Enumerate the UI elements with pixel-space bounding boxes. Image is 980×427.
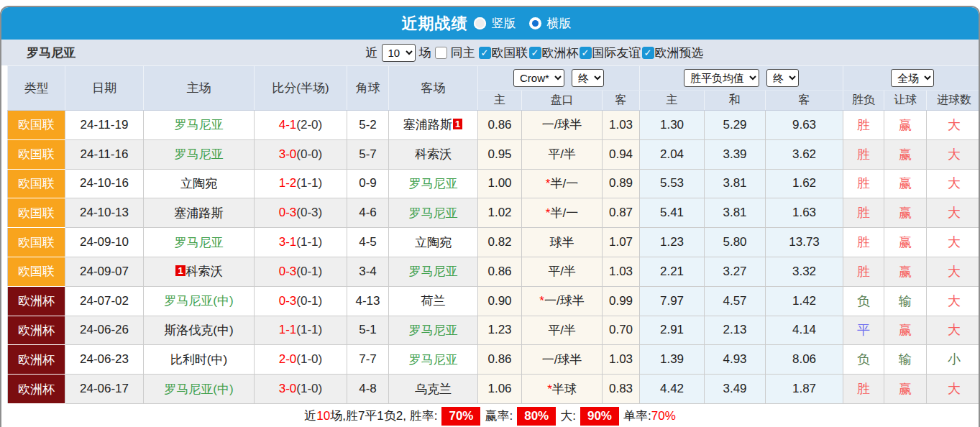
avg-home-odds: 5.41 xyxy=(640,198,705,228)
col-header-away: 客场 xyxy=(389,66,478,111)
league-checkbox[interactable] xyxy=(479,47,491,59)
avg-draw-odds: 4.57 xyxy=(705,286,766,316)
handicap-home-odds: 0.86 xyxy=(478,111,522,140)
away-team-cell: 立陶宛 xyxy=(389,228,478,257)
away-team-cell: 荷兰 xyxy=(389,286,478,316)
team-name: 荷兰 xyxy=(421,294,446,308)
avg-home-odds: 1.23 xyxy=(640,228,705,257)
col-header-type: 类型 xyxy=(8,66,65,111)
score-cell: 3-0(0-0) xyxy=(255,139,347,169)
league-type-cell: 欧洲杯 xyxy=(8,316,65,345)
team-name: 罗马尼亚 xyxy=(409,206,458,220)
match-row: 欧洲杯24-06-23比利时(中)2-0(1-0)7-7罗马尼亚0.86一/球半… xyxy=(8,345,980,375)
corner-cell: 7-7 xyxy=(347,345,389,375)
home-team-cell: 罗马尼亚 xyxy=(144,111,255,140)
home-team-cell: 1科索沃 xyxy=(144,257,255,286)
league-type-cell: 欧洲杯 xyxy=(8,345,65,375)
avg-away-odds: 9.63 xyxy=(766,111,843,140)
score-cell: 0-3(0-3) xyxy=(255,198,347,228)
rate-badge: 90% xyxy=(580,407,619,426)
match-row: 欧国联24-11-19罗马尼亚4-1(2-0)5-2塞浦路斯10.86一/球半1… xyxy=(8,111,980,140)
handicap-line: 平/半 xyxy=(522,139,603,169)
team-name: 罗马尼亚 xyxy=(409,323,458,337)
avg-home-odds: 7.97 xyxy=(640,286,705,316)
team-name-heading: 罗马尼亚 xyxy=(27,45,75,61)
same-home-checkbox[interactable] xyxy=(435,47,447,59)
corner-cell: 5-2 xyxy=(347,111,389,140)
red-card-badge: 1 xyxy=(175,265,185,276)
score-cell: 2-0(1-0) xyxy=(255,345,347,375)
match-row: 欧国联24-10-16立陶宛1-2(1-1)0-9罗马尼亚1.00*半/一0.8… xyxy=(8,169,980,198)
avg-away-odds: 3.32 xyxy=(766,257,843,286)
col-header-odds-home: 主 xyxy=(478,91,522,111)
goals-result-cell: 大 xyxy=(927,316,980,345)
league-checkbox-label[interactable]: 欧国联 xyxy=(492,45,528,61)
handicap-result-cell: 赢 xyxy=(884,198,927,228)
team-name: 罗马尼亚 xyxy=(175,147,224,161)
scope-select[interactable]: 全场 xyxy=(891,69,934,87)
avg-away-odds: 1.87 xyxy=(766,375,843,404)
result-cell: 负 xyxy=(843,286,884,316)
avg-group-header: 胜平负均值 终 xyxy=(640,66,843,91)
league-filter: 欧洲杯 xyxy=(529,45,579,61)
corner-cell: 3-4 xyxy=(347,257,389,286)
recent-results-widget: 近期战绩 竖版 横版 罗马尼亚 近 10 场 同主 欧国联欧洲杯国际友谊欧洲预选… xyxy=(0,6,980,427)
score-cell: 1-2(1-1) xyxy=(255,169,347,198)
avg-away-odds: 1.63 xyxy=(766,198,843,228)
bookmaker-time-select[interactable]: 终 xyxy=(572,69,604,87)
team-name: 罗马尼亚 xyxy=(175,236,224,249)
avg-time-select[interactable]: 终 xyxy=(766,69,799,87)
corner-cell: 5-1 xyxy=(347,316,389,345)
handicap-home-odds: 0.82 xyxy=(478,228,522,257)
handicap-away-odds: 1.03 xyxy=(603,257,640,286)
league-type-cell: 欧国联 xyxy=(8,228,65,257)
avg-draw-odds: 3.39 xyxy=(705,139,766,169)
away-team-cell: 塞浦路斯1 xyxy=(389,111,478,140)
away-team-cell: 科索沃 xyxy=(389,139,478,169)
avg-home-odds: 2.04 xyxy=(640,139,705,169)
corner-cell: 4-5 xyxy=(347,228,389,257)
handicap-line: *半球 xyxy=(522,375,603,404)
match-row: 欧洲杯24-07-02罗马尼亚(中)0-3(0-1)4-13荷兰0.90*一/球… xyxy=(8,286,980,316)
col-header-avg-draw: 和 xyxy=(705,91,766,111)
handicap-line: 一/球半 xyxy=(522,111,603,140)
handicap-result-cell: 赢 xyxy=(884,169,927,198)
away-team-cell: 罗马尼亚 xyxy=(389,345,478,375)
corner-cell: 0-9 xyxy=(347,169,389,198)
horizontal-layout-label[interactable]: 横版 xyxy=(547,15,572,32)
away-team-cell: 罗马尼亚 xyxy=(389,316,478,345)
home-team-cell: 斯洛伐克(中) xyxy=(144,316,255,345)
match-row: 欧洲杯24-06-17罗马尼亚(中)3-0(1-0)4-8乌克兰1.06*半球0… xyxy=(8,375,980,404)
league-checkbox-label[interactable]: 国际友谊 xyxy=(592,45,641,61)
league-filter: 欧洲预选 xyxy=(642,45,704,61)
horizontal-layout-radio[interactable] xyxy=(529,17,541,29)
avg-odds-select[interactable]: 胜平负均值 xyxy=(684,69,759,87)
near-label: 近 xyxy=(366,45,378,61)
handicap-away-odds: 0.70 xyxy=(603,316,640,345)
goals-result-cell: 大 xyxy=(927,257,980,286)
vertical-layout-label[interactable]: 竖版 xyxy=(492,15,516,32)
league-checkbox[interactable] xyxy=(580,47,592,59)
handicap-away-odds: 0.89 xyxy=(603,169,640,198)
home-team-cell: 罗马尼亚(中) xyxy=(144,286,255,316)
result-cell: 胜 xyxy=(843,198,884,228)
summary-text: 10 xyxy=(316,409,330,423)
league-type-cell: 欧洲杯 xyxy=(8,286,65,316)
league-checkbox[interactable] xyxy=(642,47,654,59)
handicap-line: *半/一 xyxy=(522,198,603,228)
result-cell: 胜 xyxy=(843,257,884,286)
league-checkbox[interactable] xyxy=(529,47,541,59)
vertical-layout-radio[interactable] xyxy=(474,17,486,29)
league-checkbox-label[interactable]: 欧洲杯 xyxy=(542,45,579,61)
match-count-select[interactable]: 10 xyxy=(382,44,416,62)
handicap-line: 球半 xyxy=(522,228,603,257)
col-header-corner: 角球 xyxy=(347,66,389,111)
date-cell: 24-07-02 xyxy=(65,286,144,316)
bookmaker-select[interactable]: Crow* xyxy=(513,69,564,87)
goals-result-cell: 大 xyxy=(927,111,980,140)
league-type-cell: 欧国联 xyxy=(8,169,65,198)
col-header-avg-away: 客 xyxy=(766,91,843,111)
league-checkbox-label[interactable]: 欧洲预选 xyxy=(655,45,704,61)
score-cell: 0-3(0-1) xyxy=(255,257,347,286)
same-home-label[interactable]: 同主 xyxy=(451,45,475,61)
